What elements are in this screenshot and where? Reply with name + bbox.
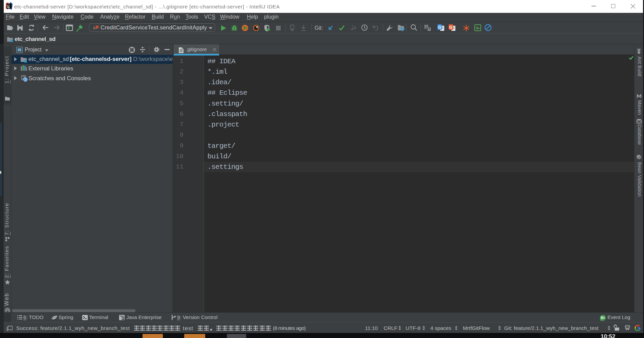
svg-text:G: G [449, 25, 452, 30]
svg-text:IJ: IJ [7, 4, 9, 7]
svg-text:G: G [438, 25, 441, 30]
